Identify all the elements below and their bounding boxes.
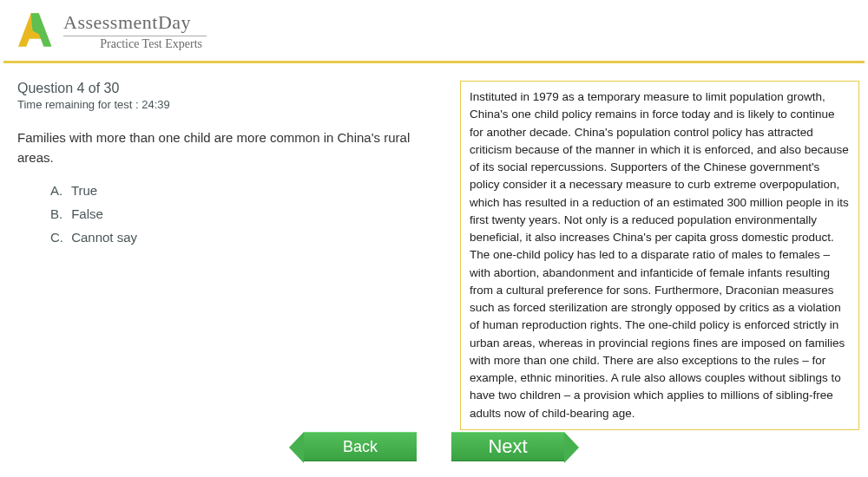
- next-button[interactable]: Next: [451, 432, 564, 461]
- passage-column: Instituted in 1979 as a temporary measur…: [460, 81, 859, 430]
- question-column: Question 4 of 30 Time remaining for test…: [17, 81, 434, 430]
- passage-text: Instituted in 1979 as a temporary measur…: [460, 81, 859, 430]
- header: AssessmentDay Practice Test Experts: [0, 0, 868, 59]
- option-label: Cannot say: [71, 230, 137, 245]
- option-label: False: [71, 206, 103, 221]
- brand-text: AssessmentDay Practice Test Experts: [63, 11, 207, 51]
- nav-buttons: Back Next: [0, 432, 868, 461]
- question-counter: Question 4 of 30: [17, 81, 434, 96]
- question-text: Families with more than one child are mo…: [17, 128, 434, 167]
- back-label: Back: [343, 438, 378, 456]
- option-letter: A.: [50, 183, 68, 198]
- timer: Time remaining for test : 24:39: [17, 98, 434, 111]
- brand-name: AssessmentDay: [63, 11, 207, 34]
- back-button[interactable]: Back: [304, 432, 417, 461]
- brand-tagline: Practice Test Experts: [100, 37, 207, 51]
- brand-divider: [63, 36, 207, 36]
- content-area: Question 4 of 30 Time remaining for test…: [0, 63, 868, 430]
- option-letter: C.: [50, 230, 68, 245]
- option-a[interactable]: A. True: [50, 183, 434, 198]
- logo-icon: [9, 7, 56, 55]
- options-list: A. True B. False C. Cannot say: [17, 183, 434, 245]
- option-c[interactable]: C. Cannot say: [50, 230, 434, 245]
- option-letter: B.: [50, 206, 68, 221]
- next-label: Next: [488, 435, 527, 458]
- option-b[interactable]: B. False: [50, 206, 434, 221]
- option-label: True: [71, 183, 97, 198]
